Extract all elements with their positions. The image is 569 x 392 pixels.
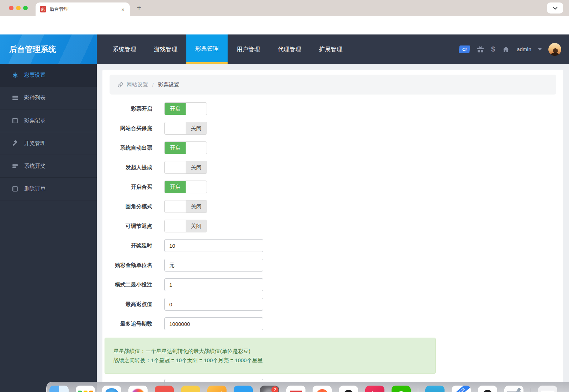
toggle-initiator-commission[interactable]: 关闭 [164,161,207,174]
toggle-group-buy-guarantee[interactable]: 关闭 [164,122,207,135]
top-nav: 系统管理 游戏管理 彩票管理 用户管理 代理管理 扩展管理 [104,34,351,64]
dock-music-icon[interactable] [286,386,305,392]
currency-unit-input[interactable] [164,259,263,272]
form-row-max-chase-periods: 最多追号期数 [110,317,556,330]
field-label: 最高返点值 [110,301,152,308]
toggle-on-label: 开启 [165,142,186,154]
username[interactable]: admin [517,46,531,52]
field-label: 开奖延时 [110,242,152,249]
field-label: 最多追号期数 [110,321,152,327]
toggle-off-label: 关闭 [186,122,207,134]
gavel-icon [12,140,18,146]
dock-settings-icon[interactable]: 2 [260,386,279,392]
dock-calendar-icon[interactable]: 1月 [155,386,174,392]
max-rebate-input[interactable] [164,298,263,311]
toggle-group-buy-enable[interactable]: 开启 [164,181,207,193]
dock-textedit-icon[interactable] [504,386,523,392]
form-row-lottery-enable: 彩票开启 开启 [110,102,556,115]
mode2-min-bet-input[interactable] [164,278,263,291]
asterisk-icon [12,72,18,78]
header-right: CI $ admin [459,34,561,64]
dock-telegram-icon[interactable] [425,386,445,392]
browser-tabstrip: 彩 后台管理 × + [0,0,569,16]
dock-browser-icon[interactable] [313,386,332,392]
sidebar-item-delete-orders[interactable]: 删除订单 [0,178,97,200]
nav-item-game[interactable]: 游戏管理 [145,34,186,64]
field-label: 模式二最小投注 [110,281,152,288]
nav-item-system[interactable]: 系统管理 [104,34,145,64]
dock-qq-icon[interactable] [339,386,358,392]
toggle-off-label: 关闭 [186,220,207,232]
sidebar-item-system-draw[interactable]: 系统开奖 [0,155,97,178]
avatar[interactable] [548,43,561,56]
dock-photos-icon[interactable] [128,386,148,392]
new-tab-button[interactable]: + [134,3,144,12]
dock-qq2-icon[interactable] [478,386,497,392]
notice-line-2: 战绩之间转换：1个皇冠 = 10个太阳 = 100个月亮 = 1000个星星 [113,356,427,365]
dock-notes-icon[interactable] [181,386,200,392]
form-row-adjustable-rebate: 可调节返点 关闭 [110,220,556,232]
window-minimize-button[interactable] [16,6,21,10]
link-icon [117,82,123,88]
year-ribbon-label: 2023 [452,386,471,392]
sidebar-item-label: 开奖管理 [24,140,46,147]
tab-close-icon[interactable]: × [120,6,126,12]
nav-item-extension[interactable]: 扩展管理 [310,34,351,64]
screen: 彩 后台管理 × + ← → vuecp.timibbs.vip/admin.p… [0,0,569,392]
user-caret-icon[interactable] [538,48,542,50]
sidebar-item-lottery-records[interactable]: 彩票记录 [0,109,97,132]
dock-finder-icon[interactable] [49,386,69,392]
book-icon [12,186,18,192]
dock-downloads-icon[interactable] [538,386,557,392]
dock-separator [531,388,531,392]
tab-favicon: 彩 [40,6,46,12]
tab-title: 后台管理 [49,6,120,12]
home-icon[interactable] [502,45,510,53]
form-row-max-rebate: 最高返点值 [110,298,556,311]
sidebar-item-label: 彩票记录 [24,117,46,124]
field-label: 发起人提成 [110,164,152,171]
gift-icon[interactable] [477,45,484,53]
list-icon [12,95,18,101]
form-row-initiator-commission: 发起人提成 关闭 [110,161,556,174]
toggle-auto-ticket[interactable]: 开启 [164,141,207,154]
dock-twitter-icon[interactable] [234,386,253,392]
dock-orange-app-icon[interactable] [207,386,227,392]
sidebar-item-lottery-types[interactable]: 彩种列表 [0,87,97,109]
window-zoom-button[interactable] [23,6,28,10]
settings-card: 网站设置 / 彩票设置 彩票开启 开启 网站合买保底 关闭 [102,70,563,392]
nav-item-agent[interactable]: 代理管理 [269,34,310,64]
toggle-round-corner-mode[interactable]: 关闭 [164,200,207,213]
max-chase-periods-input[interactable] [164,317,263,330]
dock-safari-icon[interactable] [102,386,121,392]
dollar-icon[interactable]: $ [491,45,495,53]
window-close-button[interactable] [9,6,14,10]
form-row-mode2-min-bet: 模式二最小投注 [110,278,556,291]
form-row-group-buy-guarantee: 网站合买保底 关闭 [110,122,556,135]
language-badge-icon[interactable]: CI [459,45,470,53]
field-label: 网站合买保底 [110,125,152,132]
sidebar-item-label: 彩票设置 [24,72,46,79]
form-row-round-corner-mode: 圆角分模式 关闭 [110,200,556,213]
sidebar-item-lottery-settings[interactable]: 彩票设置 [0,64,97,87]
nav-item-lottery[interactable]: 彩票管理 [186,34,228,64]
nav-item-user[interactable]: 用户管理 [228,34,269,64]
dock-stats-icon[interactable] [76,386,95,392]
dock-wechat-icon[interactable] [392,386,411,392]
field-label: 可调节返点 [110,223,152,230]
dock: 1月 2 2023 [46,382,569,392]
sidebar-item-draw-management[interactable]: 开奖管理 [0,132,97,155]
settings-form: 彩票开启 开启 网站合买保底 关闭 系统自动出票 开启 [110,102,556,392]
breadcrumb-current: 彩票设置 [158,81,179,88]
dock-year-app-icon[interactable]: 2023 [452,386,471,392]
dock-video-icon[interactable] [365,386,384,392]
toggle-adjustable-rebate[interactable]: 关闭 [164,220,207,232]
toggle-lottery-enable[interactable]: 开启 [164,102,207,115]
tab-search-button[interactable] [547,2,563,14]
browser-tab[interactable]: 彩 后台管理 × [36,2,130,16]
draw-delay-input[interactable] [164,239,263,252]
server-icon [12,163,18,169]
breadcrumb-root[interactable]: 网站设置 [127,81,148,88]
field-label: 圆角分模式 [110,203,152,210]
field-label: 系统自动出票 [110,145,152,151]
